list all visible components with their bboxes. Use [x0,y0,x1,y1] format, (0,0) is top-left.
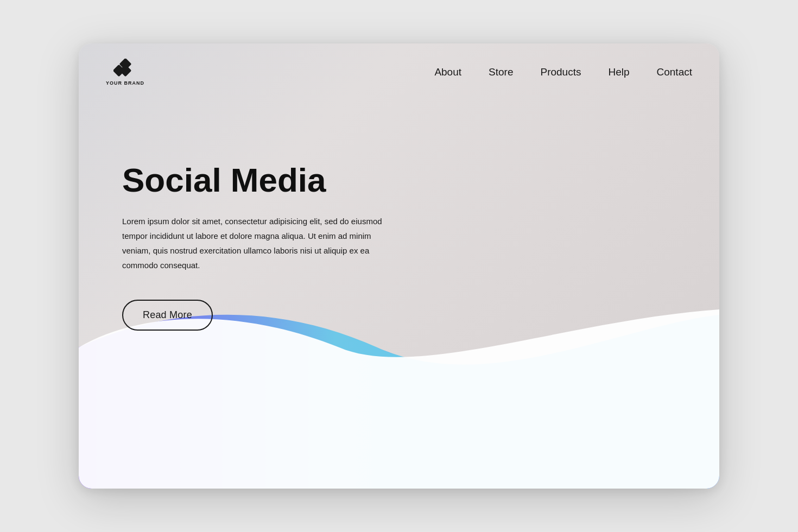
navbar: YOUR BRAND About Store Products Help Con… [79,43,719,86]
logo-icon [113,59,137,78]
brand-name: YOUR BRAND [106,80,144,86]
nav-store[interactable]: Store [489,66,513,78]
read-more-button[interactable]: Read More [122,300,213,331]
hero-content: Social Media Lorem ipsum dolor sit amet,… [79,86,719,489]
nav-links: About Store Products Help Contact [434,66,692,78]
logo-area: YOUR BRAND [106,59,144,86]
nav-contact[interactable]: Contact [657,66,692,78]
nav-products[interactable]: Products [540,66,581,78]
nav-help[interactable]: Help [608,66,629,78]
page-card: YOUR BRAND About Store Products Help Con… [79,43,719,489]
nav-about[interactable]: About [434,66,461,78]
svg-rect-2 [119,65,131,77]
hero-description: Lorem ipsum dolor sit amet, consectetur … [122,214,383,273]
hero-title: Social Media [122,162,719,199]
